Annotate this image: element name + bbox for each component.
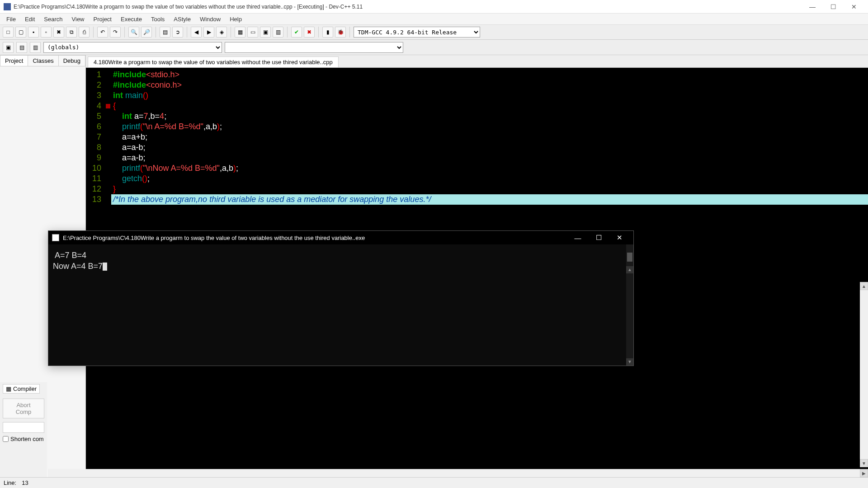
tab-project[interactable]: Project bbox=[0, 55, 28, 66]
console-output[interactable]: A=7 B=4Now A=4 B=7 ▲ ▼ bbox=[48, 244, 633, 366]
console-titlebar[interactable]: E:\Practice Programs\C\4.180Write a prog… bbox=[48, 231, 633, 244]
close-button[interactable]: ✕ bbox=[844, 0, 864, 14]
function-select[interactable] bbox=[225, 42, 403, 53]
open-file-button[interactable]: ▢ bbox=[15, 27, 26, 38]
console-icon bbox=[52, 234, 59, 241]
compiler-select[interactable]: TDM-GCC 4.9.2 64-bit Release bbox=[354, 27, 480, 38]
separator bbox=[156, 27, 156, 38]
replace-button[interactable]: 🔎 bbox=[141, 27, 152, 38]
insert-button-3[interactable]: ▥ bbox=[30, 42, 41, 53]
output-field[interactable] bbox=[3, 422, 44, 433]
shorten-checkbox[interactable] bbox=[3, 436, 9, 442]
bottom-panel: ▦ Compiler Abort Comp Shorten com bbox=[0, 382, 47, 477]
separator bbox=[124, 27, 125, 38]
menu-tools[interactable]: Tools bbox=[146, 15, 169, 23]
menu-help[interactable]: Help bbox=[225, 15, 246, 23]
line-number: 13 bbox=[86, 194, 101, 205]
new-file-button[interactable]: □ bbox=[3, 27, 14, 38]
tab-debug[interactable]: Debug bbox=[58, 55, 85, 66]
fold-marker[interactable] bbox=[105, 101, 111, 111]
menu-edit[interactable]: Edit bbox=[20, 15, 39, 23]
code-line[interactable]: a=a-b; bbox=[111, 142, 868, 153]
console-window[interactable]: E:\Practice Programs\C\4.180Write a prog… bbox=[48, 230, 634, 366]
horizontal-scrollbar[interactable]: ▶ bbox=[48, 469, 868, 477]
code-line[interactable]: /*In the above program,no third variable… bbox=[111, 194, 868, 205]
goto-button[interactable]: ➲ bbox=[172, 27, 183, 38]
line-number: 7 bbox=[86, 132, 101, 142]
insert-button-2[interactable]: ▤ bbox=[16, 42, 27, 53]
scroll-right-icon[interactable]: ▶ bbox=[860, 469, 868, 477]
close-all-button[interactable]: ⧉ bbox=[66, 27, 77, 38]
toggle-view-button[interactable]: ▤ bbox=[160, 27, 170, 38]
fold-marker bbox=[105, 70, 111, 80]
rebuild-button[interactable]: ▥ bbox=[273, 27, 283, 38]
file-tab-active[interactable]: 4.180Write a progarm to swap the value o… bbox=[88, 56, 339, 67]
code-line[interactable]: #include<stdio.h> bbox=[111, 70, 868, 80]
scroll-up-icon[interactable]: ▲ bbox=[860, 282, 868, 290]
scope-select[interactable]: (globals) bbox=[43, 42, 222, 53]
console-maximize-button[interactable]: ☐ bbox=[588, 231, 609, 244]
scroll-down-icon[interactable]: ▼ bbox=[626, 358, 633, 366]
code-line[interactable]: int main() bbox=[111, 90, 868, 101]
scroll-down-icon[interactable]: ▼ bbox=[860, 459, 868, 467]
find-button[interactable]: 🔍 bbox=[128, 27, 139, 38]
line-number: 2 bbox=[86, 80, 101, 90]
save-all-button[interactable]: ▫ bbox=[41, 27, 52, 38]
redo-button[interactable]: ↷ bbox=[110, 27, 121, 38]
file-tabs: 4.180Write a progarm to swap the value o… bbox=[86, 55, 868, 68]
code-line[interactable]: } bbox=[111, 184, 868, 194]
fold-marker bbox=[105, 194, 111, 205]
line-number: 8 bbox=[86, 142, 101, 153]
maximize-button[interactable]: ☐ bbox=[823, 0, 844, 14]
menu-project[interactable]: Project bbox=[89, 15, 116, 23]
fold-marker bbox=[105, 153, 111, 163]
nav-forward-button[interactable]: ▶ bbox=[203, 27, 214, 38]
line-number: 11 bbox=[86, 174, 101, 184]
separator bbox=[287, 27, 288, 38]
scroll-thumb[interactable] bbox=[627, 253, 632, 262]
fold-marker bbox=[105, 163, 111, 174]
print-button[interactable]: ⎙ bbox=[79, 27, 90, 38]
save-button[interactable]: ▪ bbox=[28, 27, 39, 38]
vertical-scrollbar[interactable]: ▲ ▼ bbox=[860, 282, 868, 467]
scroll-up-icon[interactable]: ▲ bbox=[626, 266, 633, 273]
code-line[interactable]: getch(); bbox=[111, 174, 868, 184]
menu-search[interactable]: Search bbox=[39, 15, 67, 23]
console-title-text: E:\Practice Programs\C\4.180Write a prog… bbox=[63, 235, 567, 241]
insert-button[interactable]: ▣ bbox=[3, 42, 14, 53]
run-button[interactable]: ▭ bbox=[247, 27, 258, 38]
compiler-tab[interactable]: ▦ Compiler bbox=[3, 384, 40, 394]
menu-view[interactable]: View bbox=[67, 15, 89, 23]
minimize-button[interactable]: — bbox=[802, 0, 823, 14]
code-line[interactable]: printf("\nNow A=%d B=%d",a,b); bbox=[111, 163, 868, 174]
menu-execute[interactable]: Execute bbox=[116, 15, 146, 23]
console-minimize-button[interactable]: — bbox=[567, 231, 588, 244]
fold-marker bbox=[105, 142, 111, 153]
bookmark-button[interactable]: ◈ bbox=[216, 27, 227, 38]
compile-button[interactable]: ▦ bbox=[235, 27, 245, 38]
abort-compilation-button[interactable]: Abort Comp bbox=[3, 399, 44, 418]
code-line[interactable]: { bbox=[111, 101, 868, 111]
debug-button[interactable]: 🐞 bbox=[335, 27, 346, 38]
console-scrollbar[interactable]: ▲ ▼ bbox=[626, 244, 633, 366]
profile-button[interactable]: ▮ bbox=[322, 27, 333, 38]
code-line[interactable]: a=a+b; bbox=[111, 132, 868, 142]
nav-back-button[interactable]: ◀ bbox=[191, 27, 202, 38]
undo-button[interactable]: ↶ bbox=[97, 27, 108, 38]
code-line[interactable]: a=a-b; bbox=[111, 153, 868, 163]
compile-run-button[interactable]: ▣ bbox=[260, 27, 271, 38]
menu-window[interactable]: Window bbox=[195, 15, 225, 23]
code-line[interactable]: int a=7,b=4; bbox=[111, 111, 868, 122]
line-number: 3 bbox=[86, 90, 101, 101]
code-line[interactable]: #include<conio.h> bbox=[111, 80, 868, 90]
console-close-button[interactable]: ✕ bbox=[609, 231, 630, 244]
menu-astyle[interactable]: AStyle bbox=[169, 15, 195, 23]
code-line[interactable]: printf("\n A=%d B=%d",a,b); bbox=[111, 122, 868, 132]
menu-file[interactable]: File bbox=[2, 15, 20, 23]
status-line-value: 13 bbox=[22, 479, 28, 486]
stop-button[interactable]: ✖ bbox=[304, 27, 315, 38]
line-number: 9 bbox=[86, 153, 101, 163]
close-file-button[interactable]: ✖ bbox=[53, 27, 64, 38]
syntax-check-button[interactable]: ✔ bbox=[291, 27, 302, 38]
tab-classes[interactable]: Classes bbox=[28, 55, 58, 66]
